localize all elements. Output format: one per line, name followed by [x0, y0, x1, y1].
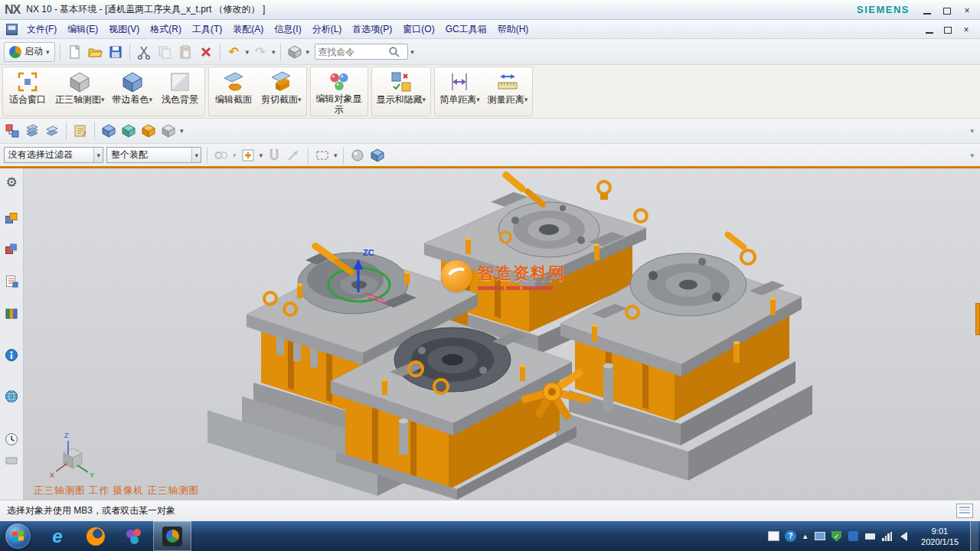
start-button[interactable] [5, 523, 31, 549]
save-button[interactable] [106, 42, 125, 61]
light-background-button[interactable]: 浅色背景 [156, 68, 204, 115]
menu-window[interactable]: 窗口(O) [397, 21, 439, 38]
isometric-view-button[interactable]: 正三轴测图▾ [51, 68, 109, 115]
chevron-down-icon[interactable]: ▾ [476, 94, 480, 105]
delete-button[interactable] [197, 42, 215, 61]
chevron-down-icon[interactable]: ▾ [524, 94, 528, 105]
show-desktop-button[interactable] [970, 521, 978, 551]
chevron-down-icon[interactable]: ▾ [101, 94, 105, 105]
command-search-input[interactable] [318, 47, 388, 57]
history-button[interactable] [2, 430, 21, 448]
help-tray-icon[interactable]: ? [785, 530, 796, 542]
mdi-close-button[interactable]: × [961, 24, 972, 34]
layer-visible-in-view-button[interactable] [44, 122, 60, 139]
edit-section-button[interactable]: 编辑截面 [210, 68, 257, 115]
touch-mode-dropdown[interactable]: ▾ [306, 48, 310, 56]
cut-button[interactable] [135, 42, 153, 61]
taskbar-firefox[interactable] [77, 521, 115, 551]
volume-tray-icon[interactable] [898, 530, 910, 542]
rectangle-select-button[interactable] [314, 147, 331, 164]
taskbar-internet-explorer[interactable]: e [38, 521, 77, 551]
snap-enable-button[interactable] [286, 147, 302, 164]
highlight-sphere-button[interactable] [349, 147, 366, 164]
menu-edit[interactable]: 编辑(E) [62, 21, 103, 38]
remember-assembly-constraints-button[interactable] [72, 122, 89, 139]
3d-model-canvas[interactable]: ZC Z X Y [24, 168, 980, 500]
show-only-button[interactable] [369, 147, 386, 164]
new-component-button[interactable] [160, 122, 177, 139]
copy-button[interactable] [155, 42, 174, 61]
chevron-down-icon[interactable]: ▾ [423, 94, 426, 105]
snap-point-button[interactable] [266, 147, 283, 164]
toolbar-overflow-icon[interactable]: ▾ [970, 127, 976, 135]
paste-button[interactable] [176, 42, 194, 61]
show-and-hide-button[interactable]: 显示和隐藏▾ [373, 68, 430, 115]
notes-icon[interactable] [956, 504, 973, 518]
new-button[interactable] [65, 42, 83, 61]
internet-explorer-button[interactable] [2, 387, 21, 406]
palette-partial-button[interactable] [2, 452, 21, 470]
undo-dropdown[interactable]: ▾ [246, 48, 250, 56]
menu-help[interactable]: 帮助(H) [492, 21, 534, 38]
open-button[interactable] [86, 42, 104, 61]
mdi-restore-button[interactable] [942, 24, 953, 34]
graphics-viewport[interactable]: ZC Z X Y 智造资料网 正三轴测图 工作 摄像机 正 [24, 168, 980, 500]
redo-dropdown[interactable]: ▾ [272, 48, 276, 56]
chevron-down-icon[interactable]: ▾ [93, 148, 103, 162]
mdi-minimize-button[interactable] [924, 24, 935, 34]
search-dropdown[interactable]: ▾ [410, 48, 414, 56]
constraint-navigator-button[interactable] [2, 240, 21, 259]
menu-information[interactable]: 信息(I) [269, 21, 306, 38]
show-hidden-icons-button[interactable]: ▲ [802, 533, 808, 540]
undo-button[interactable]: ↶ [225, 42, 243, 61]
wave-geometry-linker-button[interactable] [140, 122, 157, 139]
roles-gear-button[interactable]: ⚙ [2, 173, 21, 191]
fit-window-button[interactable]: 适合窗口 [4, 68, 51, 115]
start-menu-button[interactable]: 启动 ▾ [4, 42, 55, 62]
simple-distance-button[interactable]: 简单距离▾ [436, 68, 484, 115]
minimize-button[interactable] [922, 5, 933, 15]
chevron-down-icon[interactable]: ▾ [149, 94, 153, 105]
marquee-dropdown[interactable]: ▾ [334, 152, 338, 159]
menu-preferences[interactable]: 首选项(P) [347, 21, 397, 38]
touch-mode-button[interactable] [286, 42, 304, 61]
command-finder[interactable] [315, 44, 408, 60]
chain-dropdown[interactable]: ▾ [233, 152, 237, 159]
shaded-with-edges-button[interactable]: 带边着色▾ [109, 68, 157, 115]
viewport-resize-grip[interactable] [975, 303, 980, 335]
component-dropdown[interactable]: ▾ [180, 127, 184, 135]
select-chain-button[interactable] [213, 147, 230, 164]
part-navigator-button[interactable] [2, 272, 21, 291]
add-to-selection-button[interactable] [240, 147, 256, 164]
menu-view[interactable]: 视图(V) [103, 21, 145, 38]
taskbar-app[interactable] [115, 521, 153, 551]
assembly-constraints-button[interactable] [4, 122, 21, 139]
move-component-button[interactable] [100, 122, 117, 139]
close-button[interactable]: × [962, 5, 972, 15]
clip-section-button[interactable]: 剪切截面▾ [257, 68, 305, 115]
selection-filter-dropdown[interactable]: 没有选择过滤器 ▾ [4, 147, 103, 163]
assembly-navigator-button[interactable] [2, 210, 21, 228]
edit-object-display-button[interactable]: 编辑对象显示 [312, 68, 367, 115]
taskbar-nx-active[interactable] [153, 521, 191, 551]
reuse-library-button[interactable] [2, 305, 21, 323]
menu-format[interactable]: 格式(R) [145, 21, 187, 38]
language-indicator-icon[interactable] [768, 531, 779, 541]
selection-scope-dropdown[interactable]: 整个装配 ▾ [106, 147, 201, 163]
taskbar-clock[interactable]: 9:01 2020/1/15 [915, 526, 965, 547]
update-tray-icon[interactable] [848, 530, 859, 542]
chevron-down-icon[interactable]: ▾ [191, 148, 201, 162]
information-button[interactable] [2, 346, 21, 364]
toolbar-overflow-icon[interactable]: ▾ [970, 152, 976, 159]
network-tray-icon[interactable] [881, 530, 893, 542]
menu-tools[interactable]: 工具(T) [187, 21, 227, 38]
menu-gc-toolbox[interactable]: GC工具箱 [440, 21, 492, 38]
show-degrees-of-freedom-button[interactable] [120, 122, 137, 139]
menu-analysis[interactable]: 分析(L) [307, 21, 348, 38]
chevron-down-icon[interactable]: ▾ [298, 94, 302, 105]
menu-file[interactable]: 文件(F) [21, 21, 62, 38]
redo-button[interactable]: ↷ [251, 42, 270, 61]
measure-distance-button[interactable]: 测量距离▾ [484, 68, 532, 115]
menu-assembly[interactable]: 装配(A) [227, 21, 269, 38]
display-tray-icon[interactable] [814, 530, 825, 542]
